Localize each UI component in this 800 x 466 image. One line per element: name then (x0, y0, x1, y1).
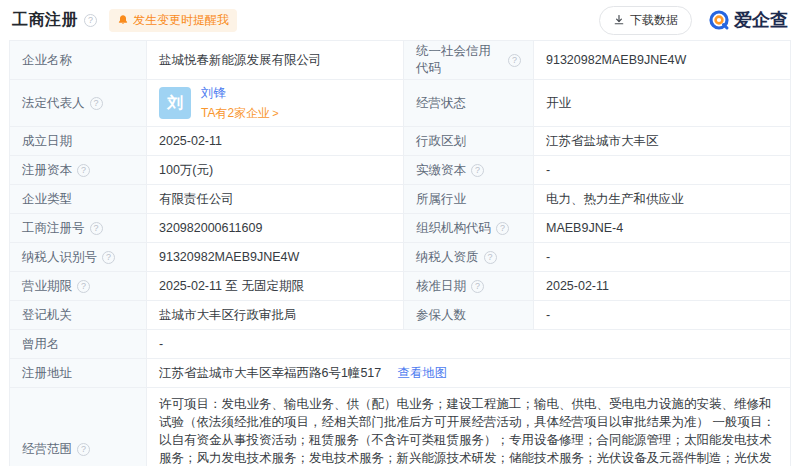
row-label: 参保人数 (404, 301, 534, 329)
row-value: 江苏省盐城市大丰区幸福西路6号1幢517查看地图 (147, 359, 790, 387)
download-label: 下载数据 (630, 12, 678, 29)
help-icon[interactable]: ? (471, 280, 484, 293)
table-row: 成立日期2025-02-11行政区划江苏省盐城市大丰区 (10, 127, 790, 156)
row-value: 盐城悦春新能源发展有限公司 (147, 41, 404, 79)
row-label-text: 组织机构代码 (416, 220, 491, 237)
table-row: 纳税人识别号?91320982MAEB9JNE4W纳税人资质?- (10, 243, 790, 272)
row-value: 100万(元) (147, 156, 404, 184)
row-label-text: 纳税人识别号 (22, 249, 97, 266)
row-label: 纳税人资质? (404, 243, 534, 271)
row-label: 行政区划 (404, 127, 534, 155)
row-label-text: 经营范围 (22, 441, 72, 458)
row-value: 许可项目：发电业务、输电业务、供（配）电业务；建设工程施工；输电、供电、受电电力… (147, 388, 790, 466)
row-label-text: 纳税人资质 (416, 249, 479, 266)
row-label-text: 经营状态 (416, 95, 466, 112)
row-label-text: 企业名称 (22, 52, 72, 69)
row-label: 所属行业 (404, 185, 534, 213)
row-label-text: 登记机关 (22, 307, 72, 324)
row-label: 核准日期? (404, 272, 534, 300)
brand-logo-icon (708, 9, 730, 31)
row-label: 成立日期 (10, 127, 147, 155)
row-label: 工商注册号? (10, 214, 147, 242)
row-label: 企业名称 (10, 41, 147, 79)
table-row: 工商注册号?320982000611609组织机构代码?MAEB9JNE-4 (10, 214, 790, 243)
legal-rep-avatar[interactable]: 刘 (159, 87, 191, 119)
info-table: 企业名称盐城悦春新能源发展有限公司统一社会信用代码?91320982MAEB9J… (9, 40, 791, 466)
row-value: - (534, 301, 790, 329)
row-value: 电力、热力生产和供应业 (534, 185, 790, 213)
row-value: 91320982MAEB9JNE4W (147, 243, 404, 271)
row-label-text: 注册地址 (22, 365, 72, 382)
legal-rep-cell: 刘刘锋TA有2家企业> (147, 80, 404, 126)
row-value: 开业 (534, 80, 790, 126)
row-label-text: 工商注册号 (22, 220, 85, 237)
row-label-text: 所属行业 (416, 191, 466, 208)
download-button[interactable]: 下载数据 (599, 6, 692, 35)
row-label-text: 成立日期 (22, 133, 72, 150)
row-label: 注册资本? (10, 156, 147, 184)
row-label-text: 行政区划 (416, 133, 466, 150)
legal-rep-name-link[interactable]: 刘锋 (201, 85, 279, 102)
chevron-right-icon: > (272, 107, 278, 119)
bell-icon (117, 14, 129, 26)
table-row: 法定代表人?刘刘锋TA有2家企业>经营状态开业 (10, 80, 790, 127)
table-row: 曾用名- (10, 330, 790, 359)
row-label-text: 法定代表人 (22, 95, 85, 112)
help-icon[interactable]: ? (90, 222, 103, 235)
row-label-text: 参保人数 (416, 307, 466, 324)
row-value: 2025-02-11 (147, 127, 404, 155)
row-value: MAEB9JNE-4 (534, 214, 790, 242)
row-value: 91320982MAEB9JNE4W (534, 41, 790, 79)
table-row: 营业期限?2025-02-11 至 无固定期限核准日期?2025-02-11 (10, 272, 790, 301)
row-label: 营业期限? (10, 272, 147, 300)
download-icon (613, 14, 625, 26)
business-registration-panel: 工商注册 ? 发生变更时提醒我 下载数据 爱企查 (0, 0, 800, 466)
legal-rep-info: 刘锋TA有2家企业> (201, 85, 279, 122)
row-label: 统一社会信用代码? (404, 41, 534, 79)
help-icon[interactable]: ? (471, 164, 484, 177)
row-label: 登记机关 (10, 301, 147, 329)
table-row: 企业名称盐城悦春新能源发展有限公司统一社会信用代码?91320982MAEB9J… (10, 41, 790, 80)
table-row: 企业类型有限责任公司所属行业电力、热力生产和供应业 (10, 185, 790, 214)
legal-rep-companies-link[interactable]: TA有2家企业> (201, 105, 279, 122)
help-icon[interactable]: ? (77, 280, 90, 293)
help-icon[interactable]: ? (77, 443, 90, 456)
help-icon[interactable]: ? (508, 54, 521, 67)
row-value: 320982000611609 (147, 214, 404, 242)
row-label: 企业类型 (10, 185, 147, 213)
row-label-text: 核准日期 (416, 278, 466, 295)
help-icon[interactable]: ? (102, 251, 115, 264)
help-icon[interactable]: ? (496, 222, 509, 235)
row-value: 有限责任公司 (147, 185, 404, 213)
row-value: 江苏省盐城市大丰区 (534, 127, 790, 155)
help-icon[interactable]: ? (77, 164, 90, 177)
row-label-text: 注册资本 (22, 162, 72, 179)
row-label: 法定代表人? (10, 80, 147, 126)
help-icon[interactable]: ? (90, 97, 103, 110)
panel-header: 工商注册 ? 发生变更时提醒我 下载数据 爱企查 (9, 0, 791, 40)
row-label-text: 曾用名 (22, 336, 60, 353)
table-row: 注册资本?100万(元)实缴资本?- (10, 156, 790, 185)
row-label: 经营范围? (10, 388, 147, 466)
row-value: - (534, 243, 790, 271)
row-value: 2025-02-11 (534, 272, 790, 300)
header-actions: 下载数据 爱企查 (599, 6, 788, 35)
title-help-icon[interactable]: ? (84, 14, 97, 27)
row-label-text: 实缴资本 (416, 162, 466, 179)
row-value: - (534, 156, 790, 184)
brand-logo[interactable]: 爱企查 (708, 8, 788, 32)
row-label: 实缴资本? (404, 156, 534, 184)
table-row: 登记机关盐城市大丰区行政审批局参保人数- (10, 301, 790, 330)
row-value: 盐城市大丰区行政审批局 (147, 301, 404, 329)
row-label-text: 营业期限 (22, 278, 72, 295)
row-label: 组织机构代码? (404, 214, 534, 242)
view-map-link[interactable]: 查看地图 (397, 365, 447, 382)
notify-label: 发生变更时提醒我 (133, 12, 229, 29)
help-icon[interactable]: ? (484, 251, 497, 264)
table-row: 注册地址江苏省盐城市大丰区幸福西路6号1幢517查看地图 (10, 359, 790, 388)
row-value: 2025-02-11 至 无固定期限 (147, 272, 404, 300)
table-row: 经营范围?许可项目：发电业务、输电业务、供（配）电业务；建设工程施工；输电、供电… (10, 388, 790, 466)
row-label: 经营状态 (404, 80, 534, 126)
brand-name: 爱企查 (734, 8, 788, 32)
notify-badge[interactable]: 发生变更时提醒我 (109, 9, 237, 32)
